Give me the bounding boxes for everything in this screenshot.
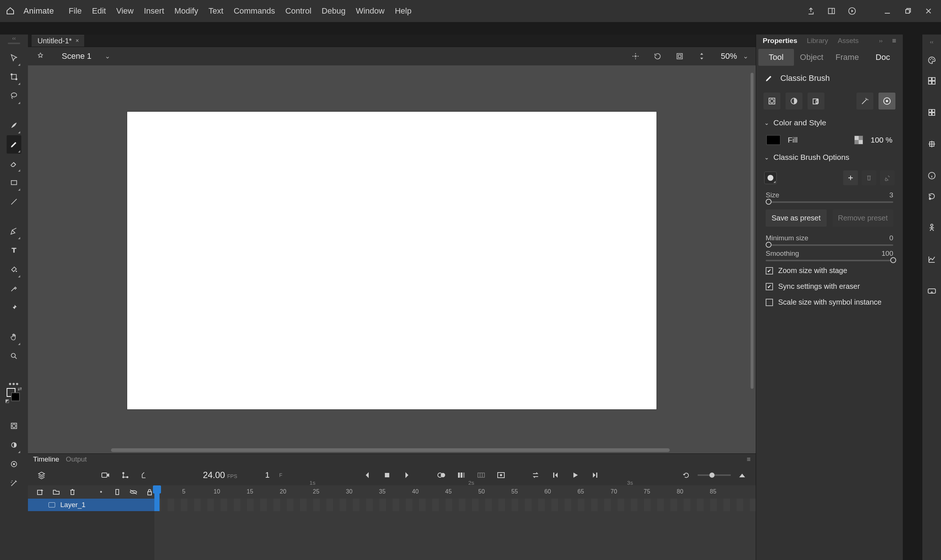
smoothing-value[interactable]: 100: [881, 249, 893, 258]
home-icon[interactable]: [4, 5, 17, 18]
highlight-icon[interactable]: •: [96, 487, 106, 497]
swap-colors-icon[interactable]: ⇄: [18, 386, 22, 392]
lock-fill-toggle[interactable]: [808, 92, 824, 109]
min-size-slider[interactable]: [765, 245, 893, 246]
tab-assets[interactable]: Assets: [838, 37, 859, 45]
menu-insert[interactable]: Insert: [139, 0, 169, 22]
clip-stage-icon[interactable]: [673, 49, 686, 63]
next-keyframe-icon[interactable]: [400, 469, 413, 482]
layer-name[interactable]: Layer_1: [60, 501, 86, 509]
tab-timeline[interactable]: Timeline: [33, 455, 59, 463]
delete-layer-icon[interactable]: [68, 487, 77, 497]
text-tool[interactable]: [7, 241, 21, 259]
rail-collapse-icon[interactable]: ‹‹: [930, 39, 933, 45]
alpha-icon[interactable]: [854, 135, 863, 145]
edit-scene-icon[interactable]: [35, 51, 46, 62]
rotate-stage-icon[interactable]: [651, 49, 664, 63]
frame-span-icon[interactable]: [475, 469, 487, 482]
brush-pressure-icon[interactable]: [7, 455, 21, 473]
vr-panel-icon[interactable]: [925, 285, 938, 298]
insert-keyframe-icon[interactable]: [495, 469, 507, 482]
prev-keyframe-icon[interactable]: [361, 469, 373, 482]
line-tool[interactable]: [7, 192, 21, 211]
swatches-panel-icon[interactable]: [925, 74, 938, 88]
save-preset-button[interactable]: Save as preset: [765, 209, 827, 227]
pen-tool[interactable]: [7, 222, 21, 240]
pin-tool[interactable]: [7, 298, 21, 317]
outline-icon[interactable]: [112, 487, 122, 497]
layers-icon[interactable]: [35, 469, 48, 482]
horizontal-scrollbar[interactable]: [111, 448, 670, 452]
step-back-icon[interactable]: [549, 469, 562, 482]
document-tab[interactable]: Untitled-1* ×: [32, 35, 84, 47]
object-drawing-toggle[interactable]: [764, 92, 780, 109]
panel-menu-icon[interactable]: ≡: [892, 37, 896, 45]
default-colors-icon[interactable]: ◩: [5, 398, 9, 403]
magic-wand-icon[interactable]: [7, 474, 21, 492]
fill-color-swatch[interactable]: [766, 135, 780, 145]
scene-name[interactable]: Scene 1: [62, 51, 91, 61]
chk-scale-symbol[interactable]: Scale size with symbol instance: [756, 294, 903, 310]
tab-library[interactable]: Library: [807, 37, 828, 45]
visibility-icon[interactable]: [129, 487, 138, 497]
selection-tool[interactable]: [7, 49, 21, 67]
color-swatch-group[interactable]: ⇄ ◩: [7, 388, 21, 406]
align-panel-icon[interactable]: [925, 106, 938, 119]
fill-swatch[interactable]: [11, 392, 20, 401]
min-size-value[interactable]: 0: [889, 234, 893, 242]
section-brush-options[interactable]: ⌄ Classic Brush Options: [756, 148, 903, 167]
tilt-toggle[interactable]: [856, 92, 873, 109]
rectangle-tool[interactable]: [7, 174, 21, 192]
delete-preset-icon[interactable]: [862, 171, 876, 185]
edit-multiple-icon[interactable]: [455, 469, 468, 482]
lasso-tool[interactable]: [7, 87, 21, 105]
new-layer-icon[interactable]: [35, 487, 45, 497]
add-preset-icon[interactable]: [843, 171, 858, 185]
play-preview-icon[interactable]: [843, 4, 861, 18]
current-frame[interactable]: 1: [265, 470, 270, 480]
edit-preset-icon[interactable]: [880, 171, 895, 185]
vertical-scrollbar[interactable]: [751, 73, 753, 389]
menu-modify[interactable]: Modify: [169, 0, 204, 22]
tab-properties[interactable]: Properties: [763, 37, 797, 45]
transform-panel-icon[interactable]: [925, 137, 938, 151]
toolbar-collapse-icon[interactable]: ‹‹: [12, 37, 15, 40]
size-value[interactable]: 3: [889, 191, 893, 199]
toolbar-grip-icon[interactable]: [8, 43, 20, 44]
hand-tool[interactable]: [7, 328, 21, 346]
pressure-toggle[interactable]: [878, 92, 895, 109]
stage[interactable]: [28, 65, 756, 454]
fps-value[interactable]: 24.00: [203, 470, 225, 480]
layer-row[interactable]: Layer_1: [28, 498, 154, 511]
panel-collapse-icon[interactable]: ››: [879, 38, 882, 44]
loop-icon[interactable]: [529, 469, 542, 482]
window-restore-icon[interactable]: [899, 4, 917, 18]
share-icon[interactable]: [802, 4, 820, 18]
graph-panel-icon[interactable]: [925, 253, 938, 266]
mode-tab-tool[interactable]: Tool: [758, 49, 794, 66]
menu-window[interactable]: Window: [351, 0, 390, 22]
canvas[interactable]: [127, 112, 656, 409]
menu-file[interactable]: File: [63, 0, 87, 22]
layer-parenting-icon[interactable]: [119, 469, 132, 482]
size-slider[interactable]: [765, 202, 893, 203]
timeline-zoom-slider[interactable]: [698, 474, 731, 476]
fit-timeline-icon[interactable]: [736, 469, 748, 482]
step-forward-icon[interactable]: [589, 469, 601, 482]
menu-text[interactable]: Text: [203, 0, 228, 22]
info-panel-icon[interactable]: [925, 169, 938, 182]
frame-ruler[interactable]: 1s 2s 3s 5 10 15 20 25 30 35 40 45 50 55: [154, 485, 756, 498]
center-stage-icon[interactable]: [629, 49, 642, 63]
play-icon[interactable]: [569, 469, 582, 482]
menu-commands[interactable]: Commands: [229, 0, 280, 22]
undo-loop-icon[interactable]: [680, 469, 693, 482]
mode-tab-frame[interactable]: Frame: [830, 49, 865, 66]
tab-output[interactable]: Output: [66, 455, 87, 463]
window-close-icon[interactable]: [920, 4, 937, 18]
layer-depth-icon[interactable]: [139, 469, 151, 482]
brush-mode-icon[interactable]: [7, 436, 21, 454]
scene-dropdown-icon[interactable]: ⌄: [105, 52, 110, 60]
new-folder-icon[interactable]: [51, 487, 61, 497]
eraser-tool[interactable]: [7, 154, 21, 173]
close-icon[interactable]: ×: [75, 37, 79, 44]
